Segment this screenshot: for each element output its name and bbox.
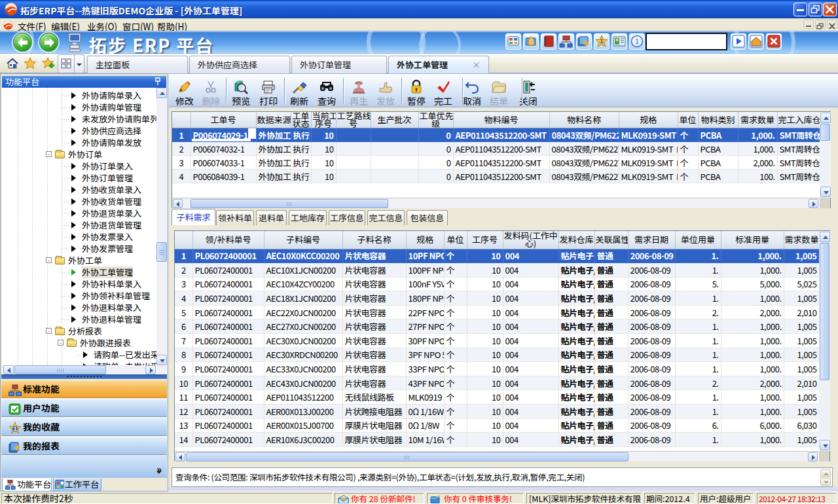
- svg-text:1: 1: [14, 425, 17, 432]
- svg-text:1: 1: [635, 35, 639, 46]
- svg-text:1: 1: [600, 37, 603, 45]
